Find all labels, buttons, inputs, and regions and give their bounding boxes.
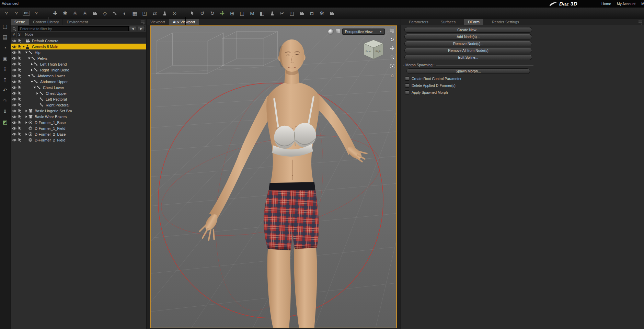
expander-icon[interactable] [22,45,26,48]
frame-view-icon[interactable] [389,63,395,69]
viewport-menu-icon[interactable] [390,29,394,35]
save-icon[interactable]: ▣ [1,55,9,62]
scene-node-row-right-pectoral[interactable]: Right Pectoral [11,102,146,108]
pan-view-icon[interactable] [389,45,395,51]
camera-icon[interactable] [298,9,306,18]
visibility-eye-icon[interactable] [11,80,17,83]
scene-node-row-abdomen-upper[interactable]: Abdomen Upper [11,79,146,84]
selectable-cursor-icon[interactable] [17,56,22,60]
camera-view-selector[interactable]: Perspective View ▼ [342,29,385,35]
create-camera-icon[interactable] [91,9,99,18]
visibility-eye-icon[interactable] [11,39,17,43]
visibility-eye-icon[interactable] [11,133,17,136]
edit-spline-button[interactable]: Edit Spline... [404,55,532,60]
download-icon[interactable]: ⇓ [1,108,9,115]
visibility-eye-icon[interactable] [11,45,17,48]
expander-icon[interactable] [25,133,28,136]
scene-node-row-left-pectoral[interactable]: Left Pectoral [11,96,146,102]
selectable-cursor-icon[interactable] [17,132,22,136]
selectable-cursor-icon[interactable] [17,74,22,78]
right-panel-menu-icon[interactable] [638,20,643,25]
rotate-tool-icon[interactable]: ↺ [198,9,207,18]
filter-next-button[interactable]: ▶ [138,26,145,31]
tab-environment[interactable]: Environment [63,19,92,25]
visibility-eye-icon[interactable] [11,127,17,130]
scene-node-row-chest-lower[interactable]: Chest Lower [11,84,146,90]
filter-prev-button[interactable]: ◀ [129,26,136,31]
bridge-icon[interactable]: ◩ [1,118,9,126]
target-icon[interactable]: ⊙ [170,9,179,18]
scene-node-row-basic-lingerie-set-bra[interactable]: Basic Lingerie Set Bra [11,108,146,114]
translate-tool-icon[interactable]: ⊞ [228,9,237,18]
scene-node-row-d-former-2-field[interactable]: D-Former_2_Field [11,137,146,143]
selectable-cursor-icon[interactable] [17,97,22,101]
search-icon[interactable] [12,26,16,33]
nav-my-account[interactable]: My Account [617,2,635,6]
open-file-icon[interactable]: ▤ [1,33,9,41]
selectable-cursor-icon[interactable] [17,45,22,49]
selectable-cursor-icon[interactable] [17,103,22,107]
nav-home[interactable]: Home [601,2,611,6]
create-group-icon[interactable]: ✱ [61,9,69,18]
scene-node-row-hip[interactable]: Hip [11,49,146,55]
expander-icon[interactable] [25,115,28,118]
home-view-icon[interactable]: ⌂ [389,72,395,78]
expander-icon[interactable] [28,57,31,60]
selectable-cursor-icon[interactable] [17,121,22,125]
figure-setup-icon[interactable] [160,9,169,18]
visibility-eye-icon[interactable] [11,86,17,89]
scene-node-row-right-thigh-bend[interactable]: Right Thigh Bend [11,67,146,73]
universal-tool-icon[interactable] [218,9,227,18]
expander-icon[interactable] [33,86,37,89]
selectable-cursor-icon[interactable] [17,68,22,72]
visibility-eye-icon[interactable] [11,92,17,95]
apply-spawned-morph-checkbox[interactable] [405,90,409,94]
tab-viewport[interactable]: Viewport [147,19,169,25]
remove-node-s-button[interactable]: Remove Node(s)... [404,41,532,46]
expander-icon[interactable] [25,51,28,54]
create-root-control-parameter-checkbox[interactable] [405,77,409,81]
scene-node-row-d-former-1-field[interactable]: D-Former_1_Field [11,125,146,131]
new-file-icon[interactable]: ▢ [1,23,9,30]
zoom-view-icon[interactable] [389,54,395,60]
create-instance-icon[interactable]: ✳ [71,9,79,18]
visibility-eye-icon[interactable] [11,98,17,101]
scene-node-row-basic-wear-boxers[interactable]: Basic Wear Boxers [11,114,146,120]
expander-icon[interactable] [31,63,34,66]
rotate-view-icon[interactable]: ↻ [389,36,395,42]
scene-node-row-chest-upper[interactable]: Chest Upper [11,90,146,96]
viewport-options-grid-icon[interactable] [336,29,340,35]
tab-surfaces[interactable]: Surfaces [437,19,459,25]
spot-render-icon[interactable]: ◘ [308,9,316,18]
expander-icon[interactable] [25,121,28,124]
tutorials-icon[interactable]: ? [32,9,41,18]
spawn-morph-button[interactable]: Spawn Morph... [406,68,530,74]
scene-node-row-pelvis[interactable]: Pelvis [11,55,146,61]
selectable-cursor-icon[interactable] [17,86,22,90]
scene-node-row-default-camera[interactable]: Default Camera [11,38,146,44]
visibility-eye-icon[interactable] [11,121,17,124]
figure-icon[interactable] [268,9,276,18]
scene-panel-menu-icon[interactable] [140,20,145,25]
expander-icon[interactable] [31,80,34,83]
tab-render-settings[interactable]: Render Settings [488,19,523,25]
measure-metrics-icon[interactable]: M [248,9,256,18]
create-primitive-icon[interactable]: ◇ [101,9,109,18]
scene-filter-input[interactable] [18,26,129,31]
visibility-eye-icon[interactable] [11,109,17,113]
scene-node-row-d-former-1-base[interactable]: D-Former_1_Base [11,120,146,125]
expander-icon[interactable] [28,75,31,77]
visibility-eye-icon[interactable] [11,115,17,118]
visibility-eye-icon[interactable] [11,51,17,54]
visibility-eye-icon[interactable] [11,68,17,72]
visibility-eye-icon[interactable] [11,63,17,66]
scene-node-row-abdomen-lower[interactable]: Abdomen Lower [11,73,146,79]
region-navigator-icon[interactable]: ◰ [288,9,296,18]
selectable-cursor-icon[interactable] [17,126,22,131]
expander-icon[interactable] [36,92,39,95]
visibility-eye-icon[interactable] [11,57,17,60]
tab-dform[interactable]: DForm [464,19,483,25]
aux-viewport[interactable]: Perspective View ▼ Front Right ↻⌂ [150,25,397,328]
render-queue-icon[interactable]: ◔ [1,44,9,52]
import-icon[interactable]: ↧ [1,65,9,73]
